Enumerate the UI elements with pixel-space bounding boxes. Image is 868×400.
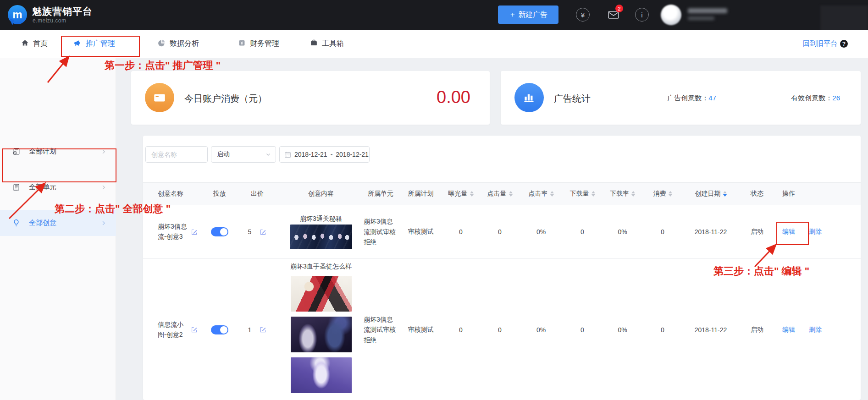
- info-icon[interactable]: i: [635, 8, 649, 22]
- nav-item-promotion[interactable]: 推广管理: [73, 30, 115, 58]
- col-clicks-sort[interactable]: 点击量: [479, 183, 520, 205]
- sidebar-item-all-units[interactable]: 全部单元: [0, 174, 116, 200]
- avatar[interactable]: [661, 5, 681, 25]
- sidebar-item-all-plans[interactable]: 全部计划: [0, 138, 116, 164]
- back-link-label: 回到旧平台: [803, 39, 837, 48]
- bar-chart-icon: [514, 83, 544, 112]
- delivery-toggle-on[interactable]: [211, 325, 228, 334]
- spend-value: 0.00: [437, 88, 470, 107]
- creative-name: 崩坏3信息流-创意3: [158, 222, 191, 241]
- edit-name-icon[interactable]: [191, 229, 198, 236]
- table-row: 信息流小图-创意2 1 崩坏3血手圣徒怎么样 崩坏3信息流测试审核拒绝 审核测试…: [143, 259, 861, 400]
- col-spend-sort[interactable]: 消费: [642, 183, 683, 205]
- clicks-value: 0: [498, 326, 502, 334]
- megaphone-icon: [73, 39, 82, 49]
- creative-thumbnail[interactable]: [291, 317, 352, 352]
- back-to-old-platform-link[interactable]: 回到旧平台 ?: [803, 30, 848, 58]
- col-downloads-sort[interactable]: 下载量: [562, 183, 603, 205]
- edit-link[interactable]: 编辑: [782, 228, 795, 236]
- delete-link[interactable]: 删除: [809, 228, 822, 236]
- created-date: 2018-11-22: [695, 326, 727, 334]
- nav-item-toolbox[interactable]: 工具箱: [310, 30, 344, 58]
- creative-thumbnail[interactable]: [290, 225, 352, 249]
- sort-icon: [669, 191, 672, 197]
- creative-thumbnail[interactable]: [291, 276, 352, 312]
- meizu-marketing-platform: m 魅族营销平台 e.meizu.com ＋ 新建广告 ¥ 2 i 首页 推广管…: [0, 0, 868, 400]
- status-value: 启动: [751, 228, 763, 236]
- sort-icon: [509, 191, 513, 197]
- status-select-value: 启动: [217, 150, 265, 159]
- date-start: 2018-12-21: [294, 151, 327, 158]
- new-ad-button[interactable]: ＋ 新建广告: [498, 5, 558, 24]
- sort-icon: [592, 191, 595, 197]
- edit-bid-icon[interactable]: [260, 326, 266, 333]
- sidebar-item-label: 全部单元: [29, 183, 101, 192]
- creative-caption: 崩坏3血手圣徒怎么样: [290, 263, 352, 271]
- date-range-picker[interactable]: 2018-12-21 - 2018-12-21: [279, 146, 370, 163]
- creative-name-input[interactable]: [145, 146, 208, 163]
- creative-caption: 崩坏3通关秘籍: [300, 215, 342, 223]
- clicks-value: 0: [498, 228, 502, 236]
- col-created-sort[interactable]: 创建日期: [683, 183, 738, 205]
- sidebar-item-label: 全部计划: [29, 147, 101, 156]
- sort-icon: [550, 191, 554, 197]
- today-spend-card: 今日账户消费（元） 0.00: [131, 71, 490, 125]
- unit-name: 崩坏3信息流测试审核拒绝: [364, 216, 398, 247]
- stats-card-title: 广告统计: [554, 93, 591, 105]
- date-separator: -: [331, 151, 333, 158]
- nav-label: 工具箱: [322, 39, 344, 49]
- col-ctr-sort[interactable]: 点击率: [520, 183, 562, 205]
- yuan-glyph: ¥: [581, 11, 585, 19]
- col-creative-content: 创意内容: [280, 183, 362, 205]
- creatives-table: 创意名称 投放 出价 创意内容 所属单元 所属计划 曝光量 点击量 点击率 下载…: [143, 182, 861, 400]
- nav-item-finance[interactable]: 财务管理: [238, 30, 279, 58]
- status-select[interactable]: 启动: [211, 146, 276, 163]
- bid-value: 1: [248, 326, 252, 334]
- spend-cell-value: 0: [661, 326, 664, 334]
- col-bid: 出价: [235, 183, 280, 205]
- col-creative-name: 创意名称: [143, 183, 204, 205]
- creatives-table-card: 启动 2018-12-21 - 2018-12-21 创意名称 投放 出价 创意…: [143, 136, 861, 400]
- wallet-icon: [145, 83, 174, 112]
- nav-item-home[interactable]: 首页: [21, 30, 48, 58]
- user-role-blur: [688, 16, 714, 20]
- plan-name: 审核测试: [408, 326, 434, 334]
- nav-label: 数据分析: [170, 39, 199, 49]
- table-header-row: 创意名称 投放 出价 创意内容 所属单元 所属计划 曝光量 点击量 点击率 下载…: [143, 182, 861, 205]
- col-download-rate-sort[interactable]: 下载率: [603, 183, 642, 205]
- sort-icon: [631, 191, 635, 197]
- balance-icon[interactable]: ¥: [576, 8, 590, 22]
- nav-item-analytics[interactable]: 数据分析: [158, 30, 199, 58]
- impressions-value: 0: [459, 326, 463, 334]
- col-impressions-sort[interactable]: 曝光量: [442, 183, 479, 205]
- sidebar-item-all-creatives[interactable]: 全部创意: [0, 210, 116, 236]
- question-icon[interactable]: ?: [840, 40, 848, 48]
- sidebar-item-label: 全部创意: [29, 219, 101, 227]
- spend-cell-value: 0: [661, 228, 664, 236]
- col-delivery: 投放: [204, 183, 235, 205]
- edit-name-icon[interactable]: [191, 326, 198, 333]
- creative-name: 信息流小图-创意2: [158, 320, 191, 340]
- plan-name: 审核测试: [408, 228, 434, 236]
- creative-thumbnail[interactable]: [291, 357, 352, 393]
- step1-annotation: 第一步：点击" 推广管理 ": [105, 59, 221, 72]
- delivery-toggle-on[interactable]: [211, 227, 228, 236]
- col-status: 状态: [738, 183, 776, 205]
- col-plan: 所属计划: [399, 183, 442, 205]
- valid-count-stat: 有效创意数：26: [791, 94, 840, 103]
- pie-chart-icon: [158, 39, 166, 49]
- creative-count-label: 广告创意数：: [667, 94, 708, 102]
- edit-link[interactable]: 编辑: [782, 326, 795, 334]
- edit-bid-icon[interactable]: [260, 229, 266, 236]
- info-glyph: i: [641, 11, 642, 19]
- chevron-down-icon: [265, 152, 271, 157]
- main-nav: 首页 推广管理 数据分析 财务管理 工具箱 回到旧平台 ?: [0, 30, 868, 58]
- ctr-value: 0%: [536, 228, 546, 236]
- user-name-blur: [688, 8, 727, 13]
- date-end: 2018-12-21: [336, 151, 369, 158]
- download-rate-value: 0%: [618, 228, 627, 236]
- meizu-logo: m: [8, 5, 27, 24]
- ad-stats-card: 广告统计 广告创意数：47 有效创意数：26: [501, 71, 861, 125]
- created-date: 2018-11-22: [695, 228, 727, 236]
- delete-link[interactable]: 删除: [809, 326, 822, 334]
